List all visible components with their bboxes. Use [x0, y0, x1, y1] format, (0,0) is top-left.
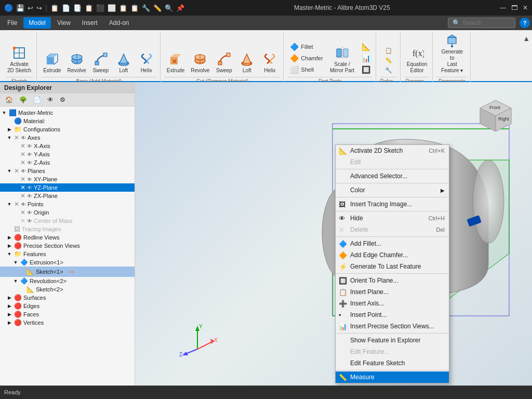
- tree-item-origin[interactable]: ✕ 👁 Origin: [0, 208, 135, 217]
- ctx-hide[interactable]: 👁 Hide Ctrl+H: [336, 212, 449, 224]
- ctx-show-feature-in-explorer[interactable]: Show Feature in Explorer: [336, 335, 449, 346]
- tree-item-revolution1[interactable]: ▼ 🔷 Revolution<2>: [0, 277, 135, 285]
- menu-insert[interactable]: Insert: [77, 17, 103, 29]
- tree-item-configurations[interactable]: ▶ 📁 Configurations: [0, 125, 135, 134]
- tree-item-axes[interactable]: ▼ ✕ 👁 Axes: [0, 134, 135, 142]
- ctx-insert-axis[interactable]: ➕ Insert Axis...: [336, 298, 449, 309]
- menu-model[interactable]: Model: [23, 17, 51, 29]
- tree-item-tracing-images[interactable]: 🖼 Tracing Images: [0, 225, 135, 233]
- refer-btn1[interactable]: 📋: [383, 46, 394, 55]
- equation-editor-button[interactable]: f(x) EquationEditor: [405, 45, 429, 75]
- cut-sweep-button[interactable]: Sweep: [214, 51, 234, 75]
- tree-item-x-axis[interactable]: ✕ 👁 X-Axis: [0, 142, 135, 150]
- menu-view[interactable]: View: [52, 17, 76, 29]
- title-toolbar[interactable]: 🔵 💾 ↩ ↪ | 📋 📄 📑 📋 ⬛ ⬜ 📋 📋 🔧 ✏️ 🔍 📌: [4, 4, 184, 12]
- tree-item-zx-plane[interactable]: ✕ 👁 ZX-Plane: [0, 192, 135, 200]
- tree-item-extrusion1[interactable]: ▼ 🔷 Extrusion<1>: [0, 258, 135, 267]
- part-tool-btn1[interactable]: 📐: [360, 42, 373, 52]
- tree-item-planes[interactable]: ▼ ✕ 👁 Planes: [0, 167, 135, 175]
- toolbar-icon-10[interactable]: ✏️: [153, 4, 162, 12]
- ctx-orient-to-plane[interactable]: 🔲 Orient To Plane...: [336, 275, 449, 286]
- toolbar-icon-5[interactable]: ⬛: [96, 4, 104, 12]
- boss-loft-button[interactable]: Loft: [113, 51, 134, 75]
- ribbon-collapse-button[interactable]: ▲: [523, 34, 530, 43]
- maximize-button[interactable]: 🗖: [511, 4, 517, 11]
- sidebar-tool-view[interactable]: 👁: [45, 95, 56, 104]
- tree-item-z-axis[interactable]: ✕ 👁 Z-Axis: [0, 158, 135, 167]
- toolbar-icon-8[interactable]: 📋: [130, 4, 139, 12]
- refer-btn3[interactable]: 🔧: [383, 66, 394, 75]
- sidebar-tool-settings[interactable]: ⚙: [58, 95, 68, 104]
- menu-file[interactable]: File: [2, 17, 22, 29]
- window-controls[interactable]: — 🗖 ✕: [500, 4, 528, 11]
- quick-access-undo[interactable]: ↩: [28, 4, 33, 12]
- ctx-color[interactable]: Color ▶: [336, 184, 449, 196]
- ctx-measure[interactable]: 📏 Measure: [336, 371, 449, 383]
- ctx-edit-feature-sketch[interactable]: Edit Feature Sketch: [336, 357, 449, 369]
- refer-btn2[interactable]: 📏: [383, 56, 394, 65]
- tree-item-vertices[interactable]: ▶ 🔴 Vertices: [0, 318, 135, 327]
- tree-item-sketch1[interactable]: 📐 Sketch<1> →: [0, 267, 135, 277]
- tree-item-features[interactable]: ▼ 📁 Features: [0, 250, 135, 258]
- cut-loft-button[interactable]: Loft: [236, 51, 257, 75]
- search-box[interactable]: 🔍: [448, 18, 515, 28]
- tree-item-material[interactable]: 🔵 Material:: [0, 117, 135, 125]
- toolbar-icon-12[interactable]: 📌: [176, 4, 184, 12]
- help-button[interactable]: ?: [520, 18, 530, 28]
- close-button[interactable]: ✕: [523, 4, 528, 11]
- navigation-cube[interactable]: Front Right: [475, 98, 511, 134]
- toolbar-icon-4[interactable]: 📋: [85, 4, 93, 12]
- part-tool-btn3[interactable]: 🔲: [360, 64, 373, 75]
- toolbar-icon-1[interactable]: 📋: [50, 4, 59, 12]
- cut-extrude-button[interactable]: Extrude: [165, 51, 187, 75]
- ctx-insert-tracing-image[interactable]: 🖼 Insert Tracing Image...: [336, 198, 449, 210]
- boss-sweep-button[interactable]: Sweep: [90, 51, 111, 75]
- tree-item-surfaces[interactable]: ▶ 🔴 Surfaces: [0, 294, 135, 302]
- tree-item-points[interactable]: ▼ ✕ 👁 Points: [0, 200, 135, 208]
- ctx-insert-precise-section-views[interactable]: 📊 Insert Precise Section Views...: [336, 321, 449, 332]
- boss-extrude-button[interactable]: Extrude: [41, 51, 63, 75]
- sidebar-tool-doc[interactable]: 📄: [31, 95, 43, 104]
- ctx-insert-plane[interactable]: 📋 Insert Plane...: [336, 286, 449, 298]
- activate-sketch-button[interactable]: Activate2D Sketch: [5, 45, 33, 75]
- minimize-button[interactable]: —: [500, 4, 506, 11]
- generate-last-feature-button[interactable]: Generate toLast Feature ▾: [437, 32, 467, 75]
- toolbar-icon-7[interactable]: 📋: [119, 4, 127, 12]
- search-input[interactable]: [462, 19, 511, 26]
- cut-helix-button[interactable]: Helix: [259, 51, 280, 75]
- boss-helix-button[interactable]: Helix: [136, 51, 157, 75]
- ctx-activate-2d-sketch[interactable]: 📐 Activate 2D Sketch Ctrl+K: [336, 145, 449, 156]
- scale-mirror-button[interactable]: Scale / Mirror Part: [327, 45, 357, 75]
- ctx-generate-to-last-feature[interactable]: ⚡ Generate To Last Feature: [336, 261, 449, 272]
- tree-item-redline-views[interactable]: ▶ 🔴 Redline Views: [0, 233, 135, 242]
- menu-addon[interactable]: Add-on: [104, 17, 135, 29]
- toolbar-icon-3[interactable]: 📑: [73, 4, 82, 12]
- tree-item-y-axis[interactable]: ✕ 👁 Y-Axis: [0, 150, 135, 158]
- quick-access-save[interactable]: 💾: [16, 4, 24, 12]
- fillet-button[interactable]: 🔷 Fillet: [288, 42, 325, 52]
- tree-item-faces[interactable]: ▶ 🔴 Faces: [0, 310, 135, 318]
- tree-item-edges[interactable]: ▶ 🔴 Edges: [0, 302, 135, 310]
- part-tool-btn2[interactable]: 📊: [360, 53, 373, 63]
- tree-item-sketch2[interactable]: 📐 Sketch<2>: [0, 285, 135, 294]
- toolbar-icon-9[interactable]: 🔧: [142, 4, 150, 12]
- tree-item-yz-plane[interactable]: ✕ 👁 YZ-Plane: [0, 183, 135, 192]
- tree-item-master[interactable]: ▼ 🟦 Master-Metric: [0, 109, 135, 117]
- sidebar-tool-tree[interactable]: 🌳: [17, 95, 29, 104]
- shell-button[interactable]: ⬜ Shell: [288, 64, 325, 75]
- toolbar-icon-2[interactable]: 📄: [62, 4, 70, 12]
- toolbar-icon-6[interactable]: ⬜: [108, 4, 116, 12]
- tree-item-xy-plane[interactable]: ✕ 👁 XY-Plane: [0, 175, 135, 183]
- 3d-viewport[interactable]: Y X Z Front Right �: [135, 82, 532, 385]
- tree-item-center-of-mass[interactable]: ✕ 👁 Center of Mass: [0, 217, 135, 225]
- cut-revolve-button[interactable]: Revolve: [189, 51, 211, 75]
- ctx-insert-point[interactable]: • Insert Point...: [336, 309, 449, 321]
- ctx-advanced-selector[interactable]: Advanced Selector...: [336, 170, 449, 182]
- quick-access-redo[interactable]: ↪: [36, 4, 42, 12]
- toolbar-icon-11[interactable]: 🔍: [165, 4, 173, 12]
- sidebar-tool-home[interactable]: 🏠: [3, 95, 15, 104]
- boss-revolve-button[interactable]: Revolve: [65, 51, 88, 75]
- ctx-add-edge-chamfer[interactable]: 🔶 Add Edge Chamfer...: [336, 249, 449, 261]
- ctx-add-fillet[interactable]: 🔷 Add Fillet...: [336, 238, 449, 249]
- chamfer-button[interactable]: 🔶 Chamfer: [288, 53, 325, 63]
